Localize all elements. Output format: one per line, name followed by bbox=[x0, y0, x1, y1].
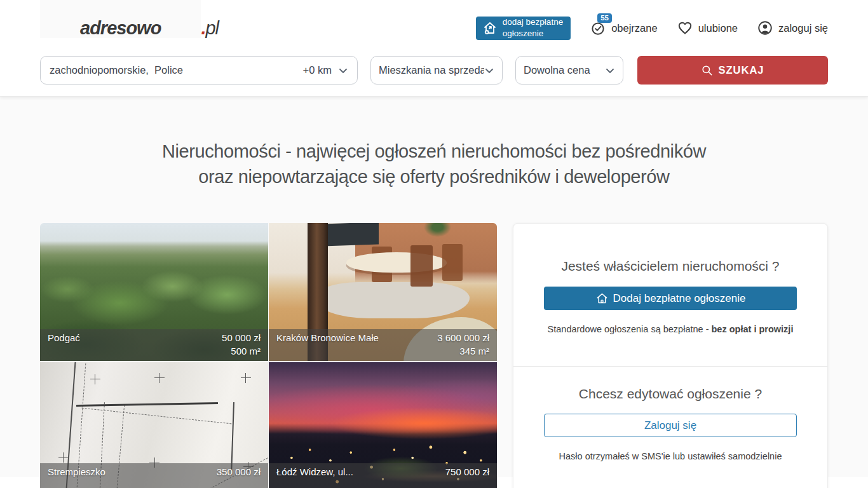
owner-section: Jesteś właścicielem nieruchomości ? Doda… bbox=[513, 224, 827, 366]
listing-name: Łódź Widzew, ul... bbox=[276, 466, 353, 478]
house-add-icon bbox=[482, 20, 498, 36]
house-add-icon bbox=[595, 292, 609, 305]
owner-note-regular: Standardowe ogłoszenia są bezpłatne - bbox=[548, 324, 712, 334]
listing-card-dining[interactable]: Kraków Bronowice Małe 3 600 000 zł 345 m… bbox=[269, 223, 497, 361]
search-icon bbox=[701, 64, 713, 76]
favorites-label: ulubione bbox=[698, 22, 738, 34]
photo-shape bbox=[90, 374, 100, 384]
listing-caption: Strempieszko 350 000 zł bbox=[40, 463, 268, 488]
photo-shape bbox=[322, 223, 379, 246]
nav-item-login[interactable]: zaloguj się bbox=[757, 20, 828, 36]
photo-shape bbox=[76, 402, 218, 407]
photo-shape bbox=[315, 282, 470, 318]
nav-item-viewed[interactable]: 55 obejrzane bbox=[590, 20, 657, 36]
listing-price: 3 600 000 zł bbox=[437, 332, 489, 344]
page-title-line2: oraz niepowtarzające się oferty pośredni… bbox=[40, 164, 828, 189]
listing-name: Podgać bbox=[48, 332, 80, 344]
logo-suffix: pl bbox=[205, 18, 219, 38]
listing-price: 350 000 zł bbox=[217, 466, 261, 478]
content-columns: Podgać 50 000 zł 500 m² bbox=[40, 223, 828, 488]
listing-area bbox=[276, 480, 489, 488]
listing-caption: Podgać 50 000 zł 500 m² bbox=[40, 329, 268, 361]
viewed-count-badge: 55 bbox=[597, 13, 612, 23]
property-type-value: Mieszkania na sprzeda bbox=[379, 64, 484, 76]
header-top-row: adresowo.pl dodaj bezpłatne ogłoszenie bbox=[0, 0, 868, 56]
location-input-box[interactable]: +0 km bbox=[40, 56, 358, 85]
owner-title: Jesteś właścicielem nieruchomości ? bbox=[544, 259, 797, 274]
page-title: Nieruchomości - najwięcej ogłoszeń nieru… bbox=[40, 139, 828, 189]
property-type-select[interactable]: Mieszkania na sprzeda bbox=[370, 56, 503, 85]
listing-area bbox=[48, 480, 261, 488]
listing-area: 500 m² bbox=[48, 346, 261, 357]
logo-main: adresowo bbox=[40, 0, 201, 38]
edit-section: Chcesz edytować ogłoszenie ? Zaloguj się… bbox=[513, 366, 827, 488]
listing-area: 345 m² bbox=[276, 346, 489, 357]
listing-caption: Łódź Widzew, ul... 750 000 zł bbox=[269, 463, 497, 488]
sidebar-add-listing-label: Dodaj bezpłatne ogłoszenie bbox=[613, 292, 746, 305]
photo-shape bbox=[241, 373, 251, 383]
photo-shape bbox=[410, 245, 433, 287]
chevron-down-icon bbox=[605, 65, 615, 76]
listing-caption: Kraków Bronowice Małe 3 600 000 zł 345 m… bbox=[269, 329, 497, 361]
add-listing-label: dodaj bezpłatne ogłoszenie bbox=[503, 17, 563, 39]
edit-note: Hasło otrzymałeś w SMS'ie lub ustawiłeś … bbox=[544, 451, 797, 461]
listing-card-forest[interactable]: Podgać 50 000 zł 500 m² bbox=[40, 223, 268, 361]
price-value: Dowolna cena bbox=[524, 64, 590, 76]
edit-title: Chcesz edytować ogłoszenie ? bbox=[544, 386, 797, 402]
search-bar: +0 km Mieszkania na sprzeda Dowolna cena bbox=[0, 56, 868, 96]
price-select[interactable]: Dowolna cena bbox=[515, 56, 623, 85]
photo-shape bbox=[442, 244, 463, 281]
main-content: Nieruchomości - najwięcej ogłoszeń nieru… bbox=[0, 97, 868, 477]
search-button-label: SZUKAJ bbox=[718, 64, 764, 76]
owner-panel: Jesteś właścicielem nieruchomości ? Doda… bbox=[513, 223, 828, 488]
listings-grid: Podgać 50 000 zł 500 m² bbox=[40, 223, 497, 488]
listing-card-map[interactable]: Strempieszko 350 000 zł bbox=[40, 362, 268, 488]
listing-name: Strempieszko bbox=[48, 466, 105, 478]
photo-shape bbox=[154, 373, 165, 383]
photo-shape bbox=[58, 452, 69, 463]
listing-name: Kraków Bronowice Małe bbox=[276, 332, 379, 344]
chevron-down-icon bbox=[484, 65, 494, 76]
radius-value: +0 km bbox=[303, 64, 332, 76]
listing-price: 750 000 zł bbox=[445, 466, 489, 478]
owner-note-bold: bez opłat i prowizji bbox=[712, 324, 794, 334]
viewed-icon-wrap: 55 bbox=[590, 20, 606, 36]
site-logo[interactable]: adresowo.pl bbox=[40, 18, 219, 39]
location-input[interactable] bbox=[50, 64, 303, 76]
nav-item-favorites[interactable]: ulubione bbox=[677, 20, 738, 36]
listing-card-night[interactable]: Łódź Widzew, ul... 750 000 zł bbox=[269, 362, 497, 488]
viewed-label: obejrzane bbox=[611, 22, 657, 34]
page-title-line1: Nieruchomości - najwięcej ogłoszeń nieru… bbox=[40, 139, 828, 164]
photo-shape bbox=[424, 223, 451, 237]
listing-price: 50 000 zł bbox=[222, 332, 261, 344]
radius-select[interactable]: +0 km bbox=[303, 64, 348, 76]
search-button[interactable]: SZUKAJ bbox=[637, 56, 828, 85]
owner-note: Standardowe ogłoszenia są bezpłatne - be… bbox=[544, 324, 797, 334]
header-nav: dodaj bezpłatne ogłoszenie 55 obejrzane bbox=[476, 17, 828, 40]
chevron-down-icon bbox=[338, 65, 348, 76]
user-icon bbox=[757, 20, 773, 36]
sidebar-add-listing-button[interactable]: Dodaj bezpłatne ogłoszenie bbox=[544, 287, 797, 310]
header: adresowo.pl dodaj bezpłatne ogłoszenie bbox=[0, 0, 868, 97]
add-listing-button[interactable]: dodaj bezpłatne ogłoszenie bbox=[476, 17, 571, 40]
sidebar-login-button[interactable]: Zaloguj się bbox=[544, 414, 797, 437]
heart-icon bbox=[677, 20, 693, 36]
login-label: zaloguj się bbox=[778, 22, 828, 34]
